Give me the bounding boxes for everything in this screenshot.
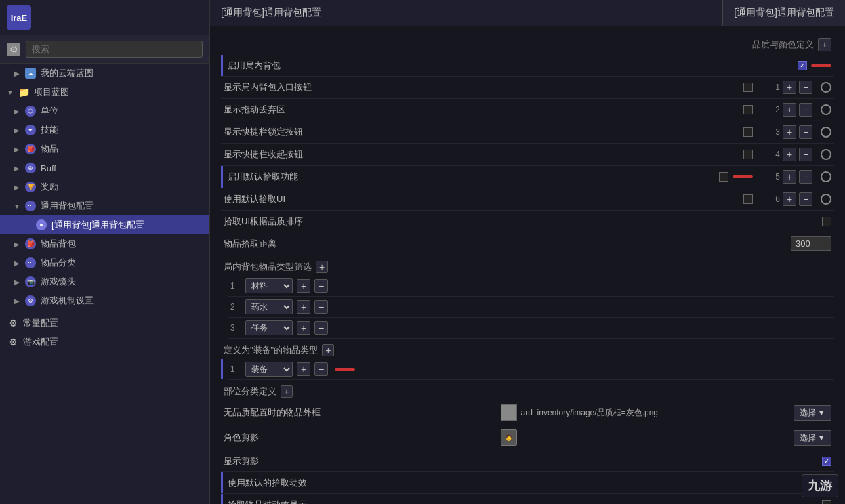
show-silhouette-label: 显示剪影 bbox=[224, 455, 822, 467]
sidebar-item-item-bag[interactable]: ▶ 🎒 物品背包 bbox=[0, 234, 209, 253]
show-entry-btn-checkbox[interactable] bbox=[743, 83, 753, 92]
main-panel: [通用背包]通用背包配置 [通用背包]通用背包配置 品质与颜色定义 + 启用局内… bbox=[210, 0, 845, 504]
sidebar-header: ⚙ bbox=[0, 35, 209, 64]
connector-4 bbox=[821, 149, 831, 160]
filter-item-3-add-button[interactable]: + bbox=[297, 321, 310, 335]
filter-item-2-minus-button[interactable]: − bbox=[314, 300, 328, 314]
row-num-2: 2 bbox=[766, 105, 780, 114]
logo-text: IraE bbox=[11, 13, 28, 23]
form-row-pickup-distance: 物品拾取距离 bbox=[221, 232, 834, 255]
sidebar-item-label: 物品背包 bbox=[41, 238, 76, 250]
show-silhouette-checkbox[interactable] bbox=[822, 457, 831, 466]
show-drag-discard-checkbox[interactable] bbox=[743, 105, 753, 114]
filter-item-select-3[interactable]: 任务 bbox=[245, 320, 293, 335]
show-lock-btn-checkbox[interactable] bbox=[743, 127, 753, 137]
no-quality-frame-select-button[interactable]: 选择 ▼ bbox=[794, 405, 831, 421]
row-5-minus-button[interactable]: − bbox=[799, 170, 812, 184]
generic-bag-icon: ⋯ bbox=[24, 200, 37, 212]
use-default-pickup-ui-checkbox[interactable] bbox=[743, 194, 753, 204]
equip-item-1-add-button[interactable]: + bbox=[297, 362, 310, 376]
silhouette-preview: 🧑 bbox=[501, 429, 517, 446]
sidebar-item-item-category[interactable]: ▶ ⋯ 物品分类 bbox=[0, 253, 209, 272]
sidebar-item-unit[interactable]: ▶ ⬡ 单位 bbox=[0, 102, 209, 121]
form-row-show-entry-btn: 显示局内背包入口按钮 1 + − bbox=[221, 77, 834, 99]
equip-section-add-button[interactable]: + bbox=[322, 344, 334, 356]
silhouette-select-button[interactable]: 选择 ▼ bbox=[794, 430, 831, 446]
sidebar-item-game-camera[interactable]: ▶ 📷 游戏镜头 bbox=[0, 272, 209, 291]
pickup-distance-input[interactable] bbox=[791, 236, 831, 251]
row-3-add-button[interactable]: + bbox=[783, 125, 796, 139]
sidebar: IraE ⚙ ▶ ☁ 我的云端蓝图 ▼ 📁 项目蓝图 ▶ ⬡ 单位 ▶ ✦ 技能… bbox=[0, 0, 210, 504]
arrow-expanded-icon: ▼ bbox=[14, 203, 20, 209]
filter-item-1-add-button[interactable]: + bbox=[297, 279, 310, 293]
filter-item-num-1: 1 bbox=[230, 281, 241, 291]
sidebar-item-label: 物品分类 bbox=[41, 257, 76, 269]
row-2-minus-button[interactable]: − bbox=[799, 103, 812, 117]
filter-item-2-add-button[interactable]: + bbox=[297, 300, 310, 314]
sidebar-item-label: [通用背包]通用背包配置 bbox=[51, 219, 144, 231]
sidebar-item-reward[interactable]: ▶ 🏆 奖励 bbox=[0, 177, 209, 196]
sidebar-item-item[interactable]: ▶ 🎒 物品 bbox=[0, 140, 209, 159]
sidebar-item-generic-bag-config[interactable]: ▼ ⋯ 通用背包配置 bbox=[0, 196, 209, 215]
equip-item-select-1[interactable]: 装备 bbox=[245, 362, 293, 377]
filter-item-num-2: 2 bbox=[230, 302, 241, 312]
sidebar-item-project[interactable]: ▼ 📁 项目蓝图 bbox=[0, 83, 209, 102]
row-4-add-button[interactable]: + bbox=[783, 148, 796, 161]
row-5-add-button[interactable]: + bbox=[783, 170, 796, 184]
enable-pickup-label: 启用默认拾取功能 bbox=[224, 171, 719, 183]
row-num-3: 3 bbox=[766, 127, 780, 137]
quality-add-button[interactable]: + bbox=[818, 38, 831, 51]
item-icon: 🎒 bbox=[24, 143, 37, 155]
filter-item-1-minus-button[interactable]: − bbox=[314, 279, 328, 293]
show-drag-discard-label: 显示拖动丢弃区 bbox=[224, 104, 743, 116]
row-num-6: 6 bbox=[766, 194, 780, 204]
pickup-sort-label: 拾取UI根据品质排序 bbox=[224, 215, 822, 228]
camera-icon: 📷 bbox=[24, 276, 37, 288]
cloud-icon: ☁ bbox=[24, 67, 37, 79]
filter-section-header: 局内背包物品类型筛选 + bbox=[221, 255, 834, 276]
part-section-header: 部位分类定义 + bbox=[221, 380, 834, 400]
part-section-add-button[interactable]: + bbox=[281, 385, 293, 398]
no-quality-frame-label: 无品质配置时的物品外框 bbox=[224, 406, 493, 419]
form-row-show-collapse-btn: 显示快捷栏收起按钮 4 + − bbox=[221, 144, 834, 166]
row-1-add-button[interactable]: + bbox=[783, 81, 796, 94]
row-4-minus-button[interactable]: − bbox=[799, 148, 812, 161]
row-3-minus-button[interactable]: − bbox=[799, 125, 812, 139]
sidebar-item-label: 游戏机制设置 bbox=[41, 295, 94, 307]
search-input[interactable] bbox=[26, 41, 203, 58]
enable-pickup-checkbox[interactable] bbox=[719, 172, 728, 182]
sidebar-item-generic-bag-config-item[interactable]: ▶ ● [通用背包]通用背包配置 bbox=[0, 215, 209, 234]
row-6-minus-button[interactable]: − bbox=[799, 192, 812, 206]
arrow-icon: ▶ bbox=[14, 165, 20, 171]
buff-icon: ⊕ bbox=[24, 162, 37, 174]
equip-left-accent bbox=[221, 359, 223, 379]
sidebar-item-game-config[interactable]: ⚙ 游戏配置 bbox=[0, 333, 209, 352]
sidebar-item-label: 常量配置 bbox=[23, 317, 58, 329]
sidebar-item-label: 奖励 bbox=[41, 181, 58, 193]
sidebar-item-label: 技能 bbox=[41, 124, 58, 136]
settings-icon[interactable]: ⚙ bbox=[7, 43, 20, 56]
filter-item-3-minus-button[interactable]: − bbox=[314, 321, 328, 335]
category-icon: ⋯ bbox=[24, 257, 37, 269]
enable-bag-checkbox[interactable] bbox=[798, 61, 807, 70]
game-config-icon: ⚙ bbox=[7, 336, 19, 348]
pickup-sort-checkbox[interactable] bbox=[822, 217, 831, 226]
row-1-minus-button[interactable]: − bbox=[799, 81, 812, 94]
show-collapse-btn-checkbox[interactable] bbox=[743, 150, 753, 159]
quality-color-row: 品质与颜色定义 + bbox=[221, 33, 834, 55]
equip-item-1-minus-button[interactable]: − bbox=[314, 362, 328, 376]
row-2-add-button[interactable]: + bbox=[783, 103, 796, 117]
sidebar-item-buff[interactable]: ▶ ⊕ Buff bbox=[0, 159, 209, 177]
pickup-item-effect-checkbox[interactable] bbox=[822, 500, 831, 505]
row-6-add-button[interactable]: + bbox=[783, 192, 796, 206]
filter-section-add-button[interactable]: + bbox=[316, 261, 328, 273]
sidebar-item-game-mechanics[interactable]: ▶ ⚙ 游戏机制设置 bbox=[0, 291, 209, 310]
filter-item-select-1[interactable]: 材料 bbox=[245, 278, 293, 293]
sidebar-item-cloud[interactable]: ▶ ☁ 我的云端蓝图 bbox=[0, 64, 209, 83]
const-config-icon: ⚙ bbox=[7, 317, 19, 329]
connector-3 bbox=[821, 127, 831, 138]
folder-icon: 📁 bbox=[18, 86, 30, 98]
sidebar-item-const-config[interactable]: ⚙ 常量配置 bbox=[0, 314, 209, 333]
sidebar-item-skill[interactable]: ▶ ✦ 技能 bbox=[0, 121, 209, 140]
filter-item-select-2[interactable]: 药水 bbox=[245, 299, 293, 314]
